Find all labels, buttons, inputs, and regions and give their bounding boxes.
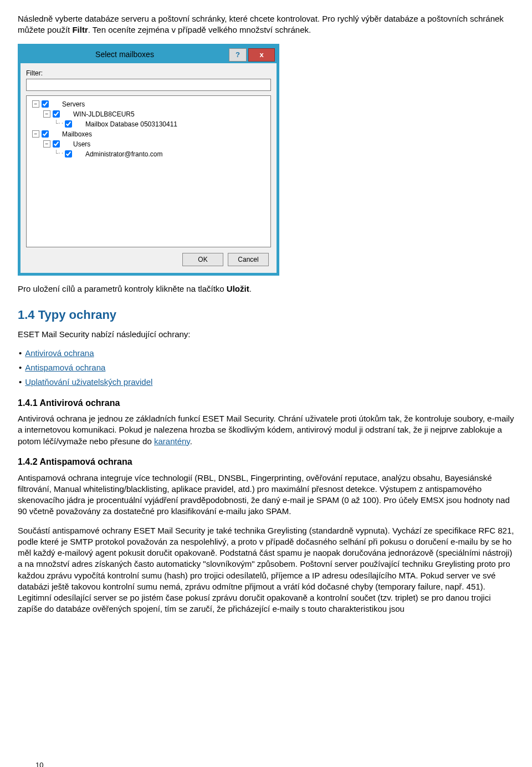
checkbox-admin[interactable] <box>65 150 72 158</box>
sec14-intro: ESET Mail Security nabízí následující oc… <box>18 329 514 340</box>
tree-node-mailbox-db[interactable]: └·· Mailbox Database 0503130411 <box>29 119 268 129</box>
dialog-titlebar[interactable]: Select mailboxes ? x <box>21 47 277 63</box>
select-mailboxes-dialog: Select mailboxes ? x Filter: − Servers −… <box>18 44 279 276</box>
tree-view[interactable]: − Servers − WIN-JLDLB8CEUR5 └·· Mailbox … <box>26 95 271 247</box>
checkbox-users[interactable] <box>53 140 60 148</box>
tree-connector-icon: └·· <box>54 120 64 128</box>
help-icon: ? <box>236 50 240 60</box>
text-a: Pro uložení cílů a parametrů kontroly kl… <box>18 284 227 293</box>
link-quarantine[interactable]: karantény <box>154 436 190 446</box>
heading-1-4-1: 1.4.1 Antivirová ochrana <box>18 397 514 409</box>
tree-label: Mailbox Database 0503130411 <box>85 120 177 129</box>
filter-label: Filter: <box>26 69 271 78</box>
page-number: 10 <box>35 760 43 767</box>
text-c: . <box>249 284 252 293</box>
checkbox-mailboxes[interactable] <box>42 130 49 138</box>
tree-node-server-name[interactable]: − WIN-JLDLB8CEUR5 <box>29 109 268 119</box>
tree-label: Administrator@franto.com <box>85 150 163 159</box>
tree-node-admin[interactable]: └·· Administrator@franto.com <box>29 149 268 159</box>
tree-label: Users <box>73 140 90 149</box>
dialog-button-row: OK Cancel <box>26 247 271 267</box>
filter-input[interactable] <box>26 79 271 91</box>
intro-text-b: Filtr <box>72 25 88 34</box>
collapse-icon[interactable]: − <box>43 110 50 118</box>
heading-1-4: 1.4 Typy ochrany <box>18 307 514 323</box>
heading-1-4-2: 1.4.2 Antispamová ochrana <box>18 456 514 468</box>
intro-paragraph: Následně vyberte databáze serveru a pošt… <box>18 13 514 36</box>
collapse-icon[interactable]: − <box>43 140 50 148</box>
link-user-rules[interactable]: Uplatňování uživatelských pravidel <box>25 377 152 387</box>
tree-label: Mailboxes <box>62 130 92 139</box>
collapse-icon[interactable]: − <box>32 130 39 138</box>
sec142-paragraph-2: Součástí antispamové ochrany ESET Mail S… <box>18 525 514 615</box>
tree-node-mailboxes[interactable]: − Mailboxes <box>29 129 268 139</box>
sec141-paragraph: Antivirová ochrana je jednou ze základní… <box>18 413 514 447</box>
ok-label: OK <box>198 255 207 264</box>
sec141-text-b: . <box>190 436 192 446</box>
list-item: Antivirová ochrana <box>19 348 514 359</box>
ok-button[interactable]: OK <box>182 253 223 266</box>
tree-connector-icon: └·· <box>54 150 64 158</box>
sec142-paragraph-1: Antispamová ochrana integruje více techn… <box>18 473 514 517</box>
link-antispam[interactable]: Antispamová ochrana <box>25 363 105 372</box>
link-antivirus[interactable]: Antivirová ochrana <box>25 348 94 358</box>
list-item: Uplatňování uživatelských pravidel <box>19 377 514 388</box>
help-button[interactable]: ? <box>229 48 247 62</box>
checkbox-server[interactable] <box>53 110 60 118</box>
after-dialog-paragraph: Pro uložení cílů a parametrů kontroly kl… <box>18 283 514 294</box>
tree-node-servers[interactable]: − Servers <box>29 99 268 109</box>
close-icon: x <box>259 50 263 60</box>
checkbox-servers[interactable] <box>42 100 49 108</box>
checkbox-mailboxdb[interactable] <box>65 120 72 128</box>
cancel-button[interactable]: Cancel <box>228 253 269 266</box>
sec141-text-a: Antivirová ochrana je jednou ze základní… <box>18 414 514 446</box>
cancel-label: Cancel <box>238 255 258 264</box>
tree-label: WIN-JLDLB8CEUR5 <box>73 110 135 119</box>
dialog-body: Filter: − Servers − WIN-JLDLB8CEUR5 └·· … <box>21 63 277 273</box>
dialog-title: Select mailboxes <box>21 49 229 60</box>
collapse-icon[interactable]: − <box>32 100 39 108</box>
close-button[interactable]: x <box>248 48 275 62</box>
tree-label: Servers <box>62 100 85 109</box>
protection-list: Antivirová ochrana Antispamová ochrana U… <box>18 348 514 388</box>
tree-node-users[interactable]: − Users <box>29 139 268 149</box>
text-b: Uložit <box>227 284 249 293</box>
list-item: Antispamová ochrana <box>19 362 514 373</box>
intro-text-c: . Ten oceníte zejména v případě velkého … <box>88 25 311 34</box>
